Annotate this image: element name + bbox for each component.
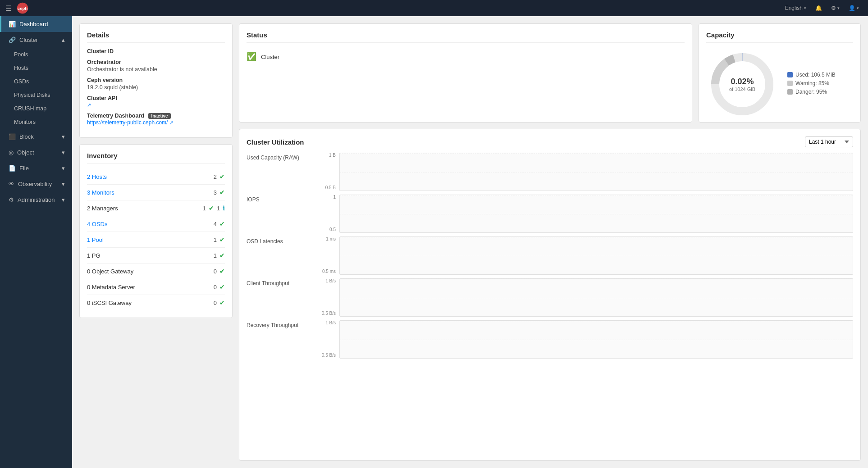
sidebar-section-object[interactable]: ◎ Object ▾ [0, 145, 72, 160]
status-label-0: Cluster [261, 54, 279, 60]
chart-ymid-client-throughput: 0.5 B/s [313, 311, 336, 316]
notifications-button[interactable]: 🔔 [812, 3, 826, 13]
cluster-api-link[interactable]: ↗ [87, 102, 91, 108]
telemetry-url-text: https://telemetry-public.ceph.com/ [87, 119, 168, 126]
inventory-row: 0 Object Gateway0✔ [87, 264, 225, 279]
details-title: Details [87, 31, 225, 43]
sidebar-crush-map-label: CRUSH map [14, 105, 46, 112]
inventory-count-value-7: 0 [214, 284, 217, 291]
inventory-row: 0 iSCSI Gateway0✔ [87, 295, 225, 310]
bell-icon: 🔔 [815, 5, 822, 11]
check-icon-2: ✔ [209, 204, 214, 212]
chart-grid-mid-osd-latencies [340, 256, 853, 256]
telemetry-label: Telemetry Dashboard Inactive [87, 113, 225, 119]
inventory-count-value-2: 1 [203, 205, 206, 212]
file-chevron: ▾ [62, 165, 65, 172]
chart-area-recovery-throughput [339, 320, 853, 359]
check-icon-0: ✔ [219, 173, 225, 180]
language-button[interactable]: English ▾ [781, 3, 810, 13]
inventory-count-value-6: 0 [214, 268, 217, 275]
file-icon: 📄 [9, 165, 16, 172]
sidebar-item-monitors[interactable]: Monitors [4, 115, 72, 129]
user-button[interactable]: 👤 ▾ [845, 3, 863, 13]
chart-label-used-capacity: Used Capacity (RAW) [247, 153, 310, 191]
legend-item: Danger: 95% [787, 89, 836, 95]
legend-dot-0 [787, 72, 793, 77]
inventory-row: 1 Pool1✔ [87, 232, 225, 248]
legend-dot-2 [787, 89, 793, 95]
block-section-left: ⬛ Block [9, 133, 34, 140]
observability-section-left: 👁 Observability [9, 181, 52, 187]
telemetry-url-icon: ↗ [169, 120, 174, 125]
legend-label-1: Warning: 85% [795, 80, 829, 86]
object-chevron: ▾ [62, 149, 65, 156]
sidebar-section-cluster[interactable]: 🔗 Cluster ▴ [0, 32, 72, 48]
navbar: ☰ ceph English ▾ 🔔 ⚙ ▾ 👤 ▾ [0, 0, 868, 16]
inventory-row: 2 Managers1✔1ℹ [87, 200, 225, 216]
administration-section-left: ⚙ Administration [9, 196, 55, 203]
legend-item: Warning: 85% [787, 80, 836, 86]
legend-label-2: Danger: 95% [795, 89, 827, 95]
inventory-link-3[interactable]: 4 OSDs [87, 221, 108, 227]
chart-ymid-osd-latencies: 0.5 ms [313, 269, 336, 274]
inventory-count-value-4: 1 [214, 236, 217, 243]
inventory-row: 0 Metadata Server0✔ [87, 279, 225, 295]
sidebar-item-physical-disks[interactable]: Physical Disks [4, 88, 72, 102]
chart-grid-mid-recovery-throughput [340, 340, 853, 340]
chart-label-client-throughput: Client Throughput [247, 278, 310, 317]
inventory-link-0[interactable]: 2 Hosts [87, 173, 107, 180]
check-icon-7: ✔ [219, 283, 225, 291]
sidebar-item-pools[interactable]: Pools [4, 48, 72, 61]
inventory-link-4[interactable]: 1 Pool [87, 236, 104, 243]
inventory-count-value-3: 4 [214, 221, 217, 227]
sidebar-file-label: File [19, 165, 29, 172]
check-icon-6: ✔ [219, 268, 225, 275]
inventory-count-4: 1✔ [214, 236, 225, 243]
chart-row-client-throughput: Client Throughput 1 B/s 0.5 B/s [247, 278, 853, 317]
sidebar-item-dashboard[interactable]: 📊 Dashboard [0, 16, 72, 32]
navbar-right: English ▾ 🔔 ⚙ ▾ 👤 ▾ [781, 3, 863, 13]
sidebar-section-block[interactable]: ⬛ Block ▾ [0, 129, 72, 145]
status-item: ✅ Cluster [247, 48, 685, 65]
telemetry-badge: Inactive [148, 113, 170, 119]
check-icon-4: ✔ [219, 236, 225, 243]
hamburger-icon[interactable]: ☰ [5, 4, 12, 13]
sidebar-item-hosts[interactable]: Hosts [4, 61, 72, 75]
util-header: Cluster Utilization Last 1 hourLast 3 ho… [247, 136, 853, 147]
legend-item: Used: 106.5 MiB [787, 72, 836, 78]
status-list: ✅ Cluster [247, 48, 685, 65]
cluster-section-left: 🔗 Cluster [9, 36, 38, 43]
sidebar-cluster-label: Cluster [19, 36, 38, 43]
inventory-count-value-5: 1 [214, 252, 217, 259]
telemetry-link[interactable]: https://telemetry-public.ceph.com/ ↗ [87, 119, 174, 126]
sidebar-section-observability[interactable]: 👁 Observability ▾ [0, 176, 72, 192]
file-section-left: 📄 File [9, 165, 29, 172]
settings-button[interactable]: ⚙ ▾ [827, 3, 843, 13]
chart-ymid-used-capacity: 0.5 B [313, 185, 336, 190]
time-selector[interactable]: Last 1 hourLast 3 hoursLast 6 hoursLast … [805, 136, 853, 147]
inventory-count-1: 3✔ [214, 189, 225, 196]
inventory-count-7: 0✔ [214, 283, 225, 291]
main-layout: 📊 Dashboard 🔗 Cluster ▴ Pools Hosts OSDs… [0, 16, 868, 468]
chart-grid-top-osd-latencies [340, 237, 853, 237]
svg-text:ceph: ceph [18, 6, 28, 11]
sidebar-item-osds[interactable]: OSDs [4, 75, 72, 88]
sidebar-item-crush-map[interactable]: CRUSH map [4, 102, 72, 115]
chart-ymid-recovery-throughput: 0.5 B/s [313, 353, 336, 358]
chart-row-osd-latencies: OSD Latencies 1 ms 0.5 ms [247, 236, 853, 275]
inventory-count-3: 4✔ [214, 220, 225, 227]
chart-label-osd-latencies: OSD Latencies [247, 236, 310, 275]
sidebar-observability-label: Observability [18, 181, 52, 187]
top-row: Status ✅ Cluster Capacity [239, 23, 861, 123]
sidebar-section-administration[interactable]: ⚙ Administration ▾ [0, 192, 72, 208]
sidebar-osds-label: OSDs [14, 78, 29, 85]
chart-row-recovery-throughput: Recovery Throughput 1 B/s 0.5 B/s [247, 320, 853, 359]
inventory-link-1[interactable]: 3 Monitors [87, 189, 114, 196]
chart-area-osd-latencies [339, 236, 853, 275]
details-card: Details Cluster ID Orchestrator Orchestr… [79, 23, 233, 138]
inventory-count-2: 1✔1ℹ [203, 204, 225, 212]
sidebar-section-file[interactable]: 📄 File ▾ [0, 160, 72, 176]
ceph-version-row: Ceph version 19.2.0 squid (stable) [87, 77, 225, 91]
sidebar-administration-label: Administration [18, 196, 55, 203]
user-icon: 👤 [849, 5, 855, 11]
